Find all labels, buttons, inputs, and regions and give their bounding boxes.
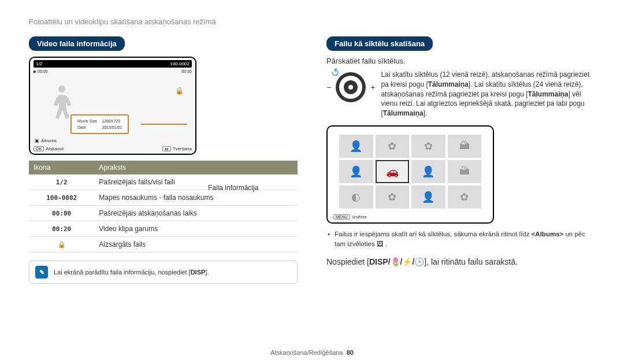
preview-counter: 1/2 <box>36 61 42 66</box>
thumb-item: 🏔 <box>448 135 482 158</box>
table-row: 00:00Pašreizējais atskaņošanas laiks <box>29 206 298 221</box>
menu-button[interactable]: MENU <box>333 214 350 220</box>
play-icon: ▶ <box>34 69 36 73</box>
zoom-minus-plus: − ↺ + <box>326 70 375 105</box>
section-title-right: Failu kā sīktēlu skatīšana <box>326 36 433 51</box>
albums-icon: ▣ <box>35 138 39 143</box>
zoom-dial-icon: ↺ <box>333 70 368 105</box>
capture-label: Tveršana <box>173 146 192 151</box>
dial-instruction-text: Lai skatītu sīktēlus (12 vienā reizē), a… <box>381 70 595 118</box>
capture-button[interactable]: ⏯ <box>162 146 171 151</box>
right-column: Failu kā sīktēlu skatīšana Pārskatiet fa… <box>326 36 595 284</box>
page-footer: Atskaņošana/Rediģēšana 80 <box>0 349 624 356</box>
thumb-item: ✿ <box>376 135 410 158</box>
thumb-item: 🏔 <box>448 160 482 183</box>
icon-description-table: Ikona Apraksts 1/2Pašreizējais fails/vis… <box>29 161 298 252</box>
menu-label: Izvēlne <box>352 214 367 220</box>
thumb-item: ✿ <box>376 185 410 209</box>
albums-label: Albums <box>41 138 57 143</box>
svg-point-3 <box>348 85 353 90</box>
table-row: 00:20Video klipa garums <box>29 221 298 237</box>
right-intro-text: Pārskatiet failu sīktēlus. <box>326 57 595 65</box>
thumb-item: 👤 <box>411 185 445 209</box>
ok-label: Atskaņot <box>46 146 64 151</box>
left-column: Video faila informācija 1/2 100-0002 ▶ 0… <box>29 36 298 284</box>
section-title-left: Video faila informācija <box>29 36 125 51</box>
preview-folderfile: 100-0002 <box>170 61 190 66</box>
th-desc: Apraksts <box>94 161 298 174</box>
albums-note: Failus ir iespējams skatīt arī kā sīktēl… <box>326 229 595 250</box>
tip-text: Lai ekrānā parādītu faila informāciju, n… <box>54 269 209 276</box>
note-icon: ✎ <box>35 266 48 278</box>
press-instruction: Nospiediet [DISP/🌷/⚡/🕒], lai ritinātu fa… <box>326 257 595 266</box>
time-total: 00:20 <box>181 69 192 74</box>
thumb-item-selected: 🚗 <box>376 160 410 183</box>
breadcrumb: Fotoattēlu un videoklipu skatīšana atska… <box>29 17 595 26</box>
table-row: 100-0002Mapes nosaukums - faila nosaukum… <box>29 190 298 206</box>
tip-box: ✎ Lai ekrānā parādītu faila informāciju,… <box>29 261 298 284</box>
thumb-item: 👤 <box>339 135 373 158</box>
nav-keys: DISP/🌷/⚡/🕒 <box>369 257 424 266</box>
thumb-item: ◐ <box>339 185 373 209</box>
video-preview-screen: 1/2 100-0002 ▶ 00:00 00:20 🔒 Movie Size1… <box>29 57 196 155</box>
table-row: 🔒Aizsargāts fails <box>29 237 298 252</box>
thumb-item: ✿ <box>411 135 445 158</box>
th-icon: Ikona <box>29 161 94 174</box>
thumb-item: ✿ <box>448 185 482 209</box>
ok-button[interactable]: OK <box>34 146 44 151</box>
albums-thumb-icon: 🖼 <box>377 240 384 247</box>
thumb-item: 👤 <box>339 160 373 183</box>
file-info-overlay: Movie Size1280X720 Date2013/01/01 <box>70 114 129 134</box>
thumbnail-preview-screen: 👤 ✿ ✿ 🏔 👤 🚗 👤 🏔 ◐ ✿ 👤 ✿ MENU Izvēlne <box>326 125 494 224</box>
lock-icon: 🔒 <box>175 87 184 95</box>
callout-line <box>141 124 187 125</box>
thumb-item: 👤 <box>411 160 445 183</box>
time-current: 00:00 <box>38 69 48 73</box>
file-info-callout-label: Faila informācija <box>208 184 258 192</box>
